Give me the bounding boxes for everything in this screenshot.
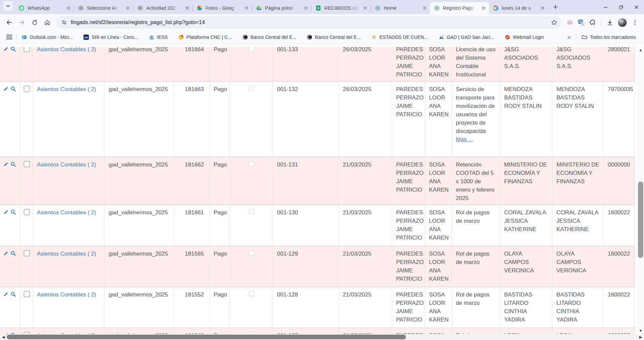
tab-close-button[interactable] (481, 5, 486, 11)
edit-pencil-icon[interactable] (3, 209, 9, 218)
tab-close-button[interactable] (184, 5, 190, 11)
vertical-scroll-thumb[interactable] (638, 182, 643, 258)
restore-button[interactable] (613, 0, 629, 14)
flag-checkbox[interactable] (249, 250, 254, 256)
bookmark-bce[interactable]: Banco Central del E... (304, 33, 364, 41)
benef1-cell: OLAYA CAMPOS VERONICA (500, 246, 552, 287)
view-magnifier-icon[interactable] (10, 209, 16, 218)
tipo-cell: Pago (210, 47, 230, 82)
new-tab-button[interactable] (551, 2, 560, 12)
ref-cell: 79700035 (604, 82, 635, 157)
extension-pink-icon[interactable] (565, 17, 575, 27)
edit-pencil-icon[interactable] (3, 47, 9, 55)
row-actions-cell (0, 328, 20, 334)
row-checkbox[interactable] (24, 86, 30, 92)
apps-grid-button[interactable] (4, 32, 14, 42)
tab-close-button[interactable] (540, 5, 545, 11)
tab-registro-pago[interactable]: Registro Pago (430, 2, 489, 14)
bookmark-iess[interactable]: IESS (146, 33, 171, 41)
row-checkbox-cell (20, 157, 33, 205)
scroll-down-button[interactable]: ▼ (637, 328, 644, 334)
tab-close-button[interactable] (362, 5, 368, 11)
minimize-button[interactable] (598, 0, 613, 14)
tab-actividad-202[interactable]: Actividad 202 (133, 2, 193, 14)
tab-close-button[interactable] (422, 5, 427, 11)
row-checkbox[interactable] (24, 47, 30, 52)
close-window-button[interactable] (629, 0, 644, 14)
downloads-button[interactable] (605, 17, 615, 27)
tab-close-button[interactable] (125, 5, 130, 11)
url-text[interactable]: fingads.net/sf2/tesoreria/registro_pago_… (71, 19, 547, 25)
back-button[interactable] (3, 17, 15, 28)
scroll-right-button[interactable]: ▶ (637, 334, 644, 340)
resp1-cell: PAREDES PERRAZO JAIME PATRICIO (392, 157, 425, 205)
asientos-contables-link[interactable]: Asientos Contables ( 2) (37, 251, 96, 257)
asientos-contables-link[interactable]: Asientos Contables ( 2) (37, 86, 96, 92)
tab-search-button[interactable] (3, 1, 13, 11)
tab-close-button[interactable] (244, 5, 249, 11)
bookmark-webmail[interactable]: Webmail Login (501, 33, 547, 41)
asientos-contables-link[interactable]: Asientos Contables ( 2) (37, 209, 96, 216)
site-settings-icon[interactable] (61, 19, 67, 25)
translate-button[interactable]: Gx (576, 17, 586, 27)
flag-checkbox[interactable] (249, 86, 254, 91)
asientos-contables-link[interactable]: Asientos Contables ( 2) (37, 291, 96, 298)
home-button[interactable] (42, 17, 53, 28)
edit-pencil-icon[interactable] (3, 161, 9, 170)
bookmark-sri[interactable]: SRISRI en Línea - Cons... (80, 33, 142, 41)
view-magnifier-icon[interactable] (10, 291, 16, 300)
tab-home[interactable]: Home (371, 2, 430, 14)
reload-button[interactable] (29, 17, 40, 28)
row-checkbox[interactable] (24, 291, 30, 297)
tab-close-button[interactable] (65, 5, 71, 11)
asientos-contables-link[interactable]: Asientos Contables ( 2) (37, 161, 96, 168)
tab-close-button[interactable] (303, 5, 309, 11)
bookmarks-overflow-button[interactable]: » (564, 34, 574, 41)
forward-button[interactable] (16, 17, 28, 28)
profile-avatar[interactable] (618, 18, 627, 27)
row-checkbox[interactable] (24, 250, 30, 256)
view-magnifier-icon[interactable] (10, 86, 16, 94)
row-checkbox[interactable] (24, 161, 30, 167)
browser-toolbar: fingads.net/sf2/tesoreria/registro_pago_… (0, 14, 644, 31)
flag-checkbox[interactable] (249, 209, 254, 214)
horizontal-scrollbar[interactable]: ◀ ▶ (0, 334, 644, 340)
asientos-contables-link[interactable]: Asientos Contables ( 2) (37, 47, 96, 53)
all-bookmarks-button[interactable]: Todos los marcadores (578, 33, 639, 41)
scroll-left-button[interactable]: ◀ (0, 334, 7, 340)
bookmark-estados[interactable]: ESTADOS DE CUEN... (368, 33, 431, 41)
bookmark-outlook[interactable]: Outlook.com - Micr... (18, 33, 76, 41)
horizontal-scroll-thumb[interactable] (7, 335, 406, 339)
vertical-scrollbar[interactable]: ▲ ▼ (637, 47, 644, 334)
asientos-cell: Asientos Contables ( 2) (33, 82, 105, 157)
edit-pencil-icon[interactable] (3, 291, 9, 300)
flag-checkbox[interactable] (249, 161, 254, 166)
edit-pencil-icon[interactable] (3, 86, 9, 94)
scroll-up-button[interactable]: ▲ (637, 47, 644, 53)
browser-menu-button[interactable] (630, 17, 640, 27)
bookmark-bce[interactable]: Banco Central del E... (239, 33, 300, 41)
bookmark-gad[interactable]: GAD | GAD San Jaci... (435, 33, 497, 41)
view-magnifier-icon[interactable] (10, 47, 16, 55)
resp1-cell: PAREDES PERRAZO JAIME PATRICIO (392, 205, 425, 246)
bookmark-star-icon[interactable] (551, 19, 557, 26)
tab-recibidos-xls[interactable]: RECIBIDOS.xls (312, 2, 371, 14)
tab-fotos-goog[interactable]: Fotos - Goog (193, 2, 252, 14)
row-checkbox[interactable] (24, 209, 30, 215)
tab-seleccione-ac[interactable]: Seleccione Ac (74, 2, 133, 14)
extensions-button[interactable] (588, 17, 598, 27)
address-bar[interactable]: fingads.net/sf2/tesoreria/registro_pago_… (56, 16, 561, 28)
globe-favicon (78, 5, 84, 11)
bookmark-cnc[interactable]: Plataforma CNC | C... (175, 33, 235, 41)
tab-lunes-14-de-a[interactable]: lunes 14 de a (489, 2, 548, 14)
tab-p-gina-princi[interactable]: Página princi (252, 2, 311, 14)
tab-whatsapp[interactable]: WhatsApp (15, 2, 74, 14)
folder-icon (582, 34, 587, 40)
mas-link[interactable]: Más ... (456, 135, 496, 144)
tab-strip: WhatsAppSeleccione AcActividad 202Fotos … (0, 0, 644, 14)
view-magnifier-icon[interactable] (10, 161, 16, 170)
flag-checkbox[interactable] (249, 291, 254, 296)
flag-checkbox[interactable] (249, 47, 254, 51)
edit-pencil-icon[interactable] (3, 250, 9, 259)
view-magnifier-icon[interactable] (10, 250, 16, 259)
